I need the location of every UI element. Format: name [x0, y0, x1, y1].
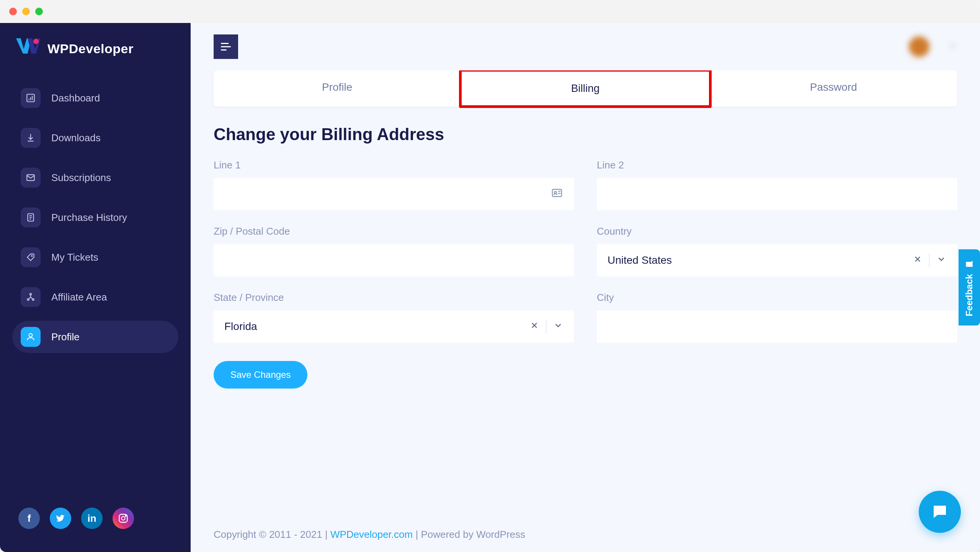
logo-text: WPDeveloper [47, 41, 134, 56]
sidebar-item-label: Dashboard [51, 92, 100, 104]
window-max-dot[interactable] [35, 8, 43, 15]
chevron-down-icon[interactable] [936, 254, 946, 267]
sidebar-item-dashboard[interactable]: Dashboard [12, 82, 178, 114]
tag-icon [21, 247, 41, 267]
state-label: State / Province [214, 292, 574, 304]
sidebar-item-label: Subscriptions [51, 172, 111, 184]
main-content: Profile Billing Password Change your Bil… [191, 23, 980, 552]
app-window: WPDeveloper Dashboard Downloads Subscrip… [0, 0, 980, 552]
download-icon [21, 128, 41, 148]
zip-input[interactable] [214, 244, 574, 276]
sidebar-item-subscriptions[interactable]: Subscriptions [12, 162, 178, 194]
address-card-icon [551, 187, 563, 202]
separator [929, 253, 929, 267]
menu-toggle-button[interactable] [214, 34, 238, 59]
sidebar: WPDeveloper Dashboard Downloads Subscrip… [0, 23, 191, 552]
user-menu[interactable] [909, 36, 957, 57]
sidebar-item-label: Profile [51, 331, 80, 343]
separator [546, 320, 546, 333]
clear-icon[interactable] [530, 320, 539, 333]
mail-icon [21, 168, 41, 188]
chevron-down-icon [948, 41, 957, 52]
sidebar-item-label: Affiliate Area [51, 291, 107, 303]
city-label: City [597, 292, 957, 304]
svg-point-8 [29, 333, 33, 337]
tab-billing[interactable]: Billing [459, 70, 711, 108]
sidebar-item-downloads[interactable]: Downloads [12, 122, 178, 154]
svg-point-13 [554, 191, 556, 193]
country-label: Country [597, 225, 957, 237]
city-input[interactable] [597, 310, 957, 343]
footer-prefix: Copyright © 2011 - 2021 | [214, 529, 330, 540]
instagram-icon[interactable] [113, 508, 134, 529]
save-button[interactable]: Save Changes [214, 361, 307, 389]
window-close-dot[interactable] [9, 8, 17, 15]
feedback-button[interactable]: Feedback [959, 250, 980, 326]
feedback-label: Feedback [964, 274, 975, 317]
chat-button[interactable] [919, 491, 961, 533]
line1-input[interactable] [214, 178, 574, 210]
user-icon [21, 327, 41, 347]
logo-icon [16, 38, 40, 59]
svg-point-11 [125, 515, 126, 516]
facebook-icon[interactable]: f [18, 508, 40, 529]
line2-field[interactable] [608, 188, 946, 200]
receipt-icon [21, 207, 41, 227]
footer: Copyright © 2011 - 2021 | WPDeveloper.co… [191, 517, 980, 552]
tab-password[interactable]: Password [710, 70, 957, 106]
line1-field[interactable] [224, 188, 551, 200]
tabs: Profile Billing Password [214, 70, 957, 106]
city-field[interactable] [608, 320, 946, 333]
logo[interactable]: WPDeveloper [12, 38, 178, 59]
twitter-icon[interactable] [50, 508, 71, 529]
window-min-dot[interactable] [22, 8, 30, 15]
sidebar-nav: Dashboard Downloads Subscriptions Purcha… [12, 82, 178, 353]
billing-form: Line 1 Line 2 Zip / Postal Code [214, 159, 957, 343]
avatar [909, 36, 929, 57]
state-select[interactable]: Florida [214, 310, 574, 343]
svg-point-0 [33, 39, 39, 44]
linkedin-icon[interactable]: in [81, 508, 103, 529]
chevron-down-icon[interactable] [553, 320, 563, 333]
country-select[interactable]: United States [597, 244, 957, 276]
titlebar [0, 0, 980, 23]
line1-label: Line 1 [214, 159, 574, 171]
svg-point-5 [30, 293, 31, 295]
country-value: United States [608, 254, 672, 266]
line2-input[interactable] [597, 178, 957, 210]
network-icon [21, 287, 41, 307]
topbar [191, 23, 980, 70]
svg-point-4 [31, 256, 32, 256]
sidebar-item-purchase-history[interactable]: Purchase History [12, 201, 178, 234]
sidebar-item-label: Purchase History [51, 212, 127, 224]
sidebar-item-label: Downloads [51, 132, 101, 144]
sidebar-item-label: My Tickets [51, 252, 98, 263]
zip-field[interactable] [224, 254, 563, 266]
social-links: f in [18, 508, 134, 529]
svg-point-10 [121, 516, 125, 520]
chart-icon [21, 88, 41, 108]
page-title: Change your Billing Address [214, 125, 957, 144]
footer-link[interactable]: WPDeveloper.com [330, 529, 413, 540]
clear-icon[interactable] [913, 254, 922, 266]
sidebar-item-profile[interactable]: Profile [12, 321, 178, 353]
line2-label: Line 2 [597, 159, 957, 171]
zip-label: Zip / Postal Code [214, 225, 574, 237]
state-value: Florida [224, 320, 257, 333]
sidebar-item-affiliate[interactable]: Affiliate Area [12, 281, 178, 313]
tab-profile[interactable]: Profile [214, 70, 461, 106]
sidebar-item-tickets[interactable]: My Tickets [12, 241, 178, 273]
footer-suffix: | Powered by WordPress [413, 529, 525, 540]
